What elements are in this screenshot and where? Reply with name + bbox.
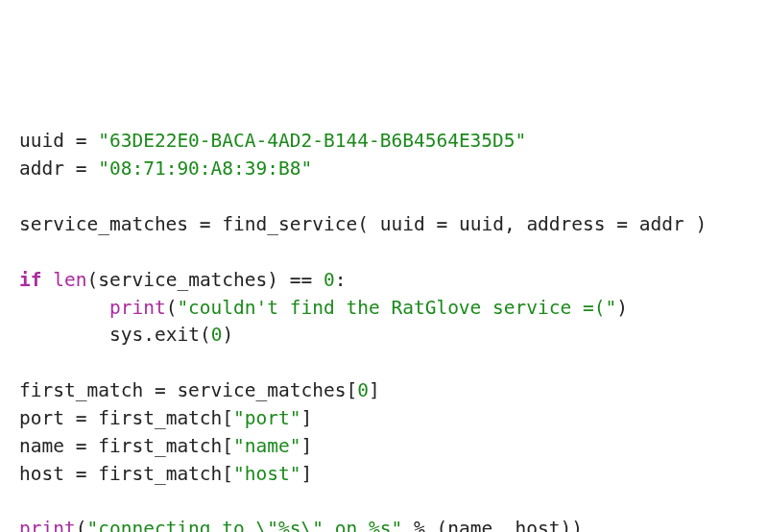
punctuation: ): [684, 213, 707, 235]
keyword-arg: uuid: [380, 213, 425, 235]
punctuation: ,: [504, 213, 526, 235]
variable-name: uuid: [459, 213, 504, 235]
code-line: name = first_match["name"]: [19, 435, 312, 457]
code-line: sys.exit(0): [19, 324, 233, 346]
punctuation: ): [222, 324, 233, 346]
punctuation: [: [222, 463, 233, 485]
variable-name: host: [19, 463, 64, 485]
string-literal: "port": [233, 407, 300, 429]
punctuation: :: [335, 269, 347, 291]
punctuation: ]: [301, 407, 313, 429]
tuple-args: (name, host): [436, 518, 571, 532]
punctuation: (: [166, 297, 178, 319]
punctuation: [: [222, 407, 233, 429]
code-snippet: uuid = "63DE22E0-BACA-4AD2-B144-B6B4564E…: [19, 128, 749, 532]
operator: =: [143, 379, 177, 401]
code-line: uuid = "63DE22E0-BACA-4AD2-B144-B6B4564E…: [19, 130, 526, 152]
string-literal: "couldn't find the RatGlove service =(": [177, 297, 616, 319]
punctuation: ): [616, 297, 628, 319]
punctuation: ): [571, 518, 583, 532]
builtin-func: len: [53, 269, 86, 291]
function-call: exit: [155, 324, 200, 346]
code-line: addr = "08:71:90:A8:39:B8": [19, 157, 312, 180]
code-line: first_match = service_matches[0]: [19, 379, 380, 401]
operator: =: [64, 157, 98, 180]
function-call: find_service: [222, 213, 357, 235]
punctuation: [: [222, 435, 233, 457]
punctuation: ]: [369, 379, 380, 401]
code-line: print("couldn't find the RatGlove servic…: [19, 297, 628, 319]
punctuation: [: [346, 379, 357, 401]
punctuation: (: [86, 269, 98, 291]
keyword: if: [19, 269, 41, 291]
code-line: print("connecting to \"%s\" on %s" % (na…: [19, 518, 583, 532]
string-literal: "name": [233, 435, 300, 457]
operator: =: [425, 213, 459, 235]
string-literal: "08:71:90:A8:39:B8": [98, 157, 312, 180]
number-literal: 0: [211, 324, 223, 346]
string-literal: "host": [233, 463, 300, 485]
variable-name: first_match: [98, 463, 222, 485]
punctuation: ]: [301, 463, 313, 485]
operator: =: [64, 407, 98, 429]
variable-name: addr: [639, 213, 684, 235]
variable-name: service_matches: [19, 213, 188, 235]
variable-name: service_matches: [177, 379, 346, 401]
string-literal: "63DE22E0-BACA-4AD2-B144-B6B4564E35D5": [98, 130, 526, 152]
operator: =: [188, 213, 222, 235]
variable-name: uuid: [19, 130, 64, 152]
module-name: sys: [109, 324, 143, 346]
operator: %: [402, 518, 436, 532]
variable-name: addr: [19, 157, 64, 180]
operator: ==: [278, 269, 324, 291]
builtin-func: print: [19, 518, 76, 532]
number-literal: 0: [357, 379, 369, 401]
code-line: service_matches = find_service( uuid = u…: [19, 213, 707, 235]
operator: =: [64, 463, 98, 485]
punctuation: (: [200, 324, 211, 346]
variable-name: first_match: [98, 407, 222, 429]
keyword-arg: address: [526, 213, 605, 235]
string-literal: "connecting to \"%s\" on %s": [86, 518, 402, 532]
code-line: host = first_match["host"]: [19, 463, 312, 485]
variable-name: first_match: [19, 379, 143, 401]
code-line: if len(service_matches) == 0:: [19, 269, 347, 291]
punctuation: .: [143, 324, 155, 346]
builtin-func: print: [109, 297, 166, 319]
punctuation: (: [357, 213, 379, 235]
number-literal: 0: [324, 269, 335, 291]
variable-name: service_matches: [98, 269, 267, 291]
punctuation: ]: [301, 435, 313, 457]
punctuation: (: [76, 518, 87, 532]
operator: =: [64, 130, 98, 152]
code-line: port = first_match["port"]: [19, 407, 312, 429]
operator: =: [64, 435, 98, 457]
punctuation: ): [267, 269, 278, 291]
variable-name: first_match: [98, 435, 222, 457]
variable-name: port: [19, 407, 64, 429]
variable-name: name: [19, 435, 64, 457]
operator: =: [606, 213, 639, 235]
